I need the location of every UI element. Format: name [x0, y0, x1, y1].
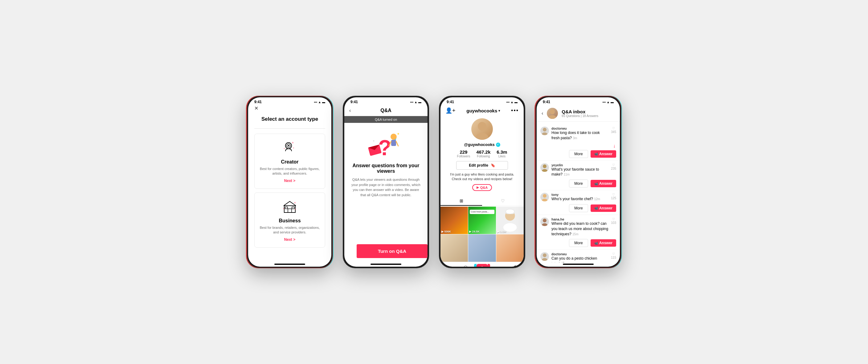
q-avatar-5 — [540, 252, 549, 261]
more-icon[interactable]: ••• — [511, 107, 519, 114]
nav-home[interactable]: ⌂ Home — [440, 264, 457, 267]
nav-discover[interactable]: ⊙ Discover — [457, 264, 474, 267]
like-count-5: 115 — [611, 256, 616, 259]
wifi-icon-3: ▲ — [510, 100, 514, 104]
more-button-4[interactable]: More — [569, 239, 588, 247]
q-text-4: Where did you learn to cook? can you tea… — [552, 221, 609, 236]
video-item-1[interactable]: ▶ 506K — [440, 207, 468, 234]
signal-icon: ▪▪▪ — [314, 100, 317, 104]
back-button-4[interactable]: ‹ — [541, 110, 543, 116]
nav-inbox[interactable]: ▭ Inbox — [490, 264, 507, 267]
create-button[interactable]: + — [476, 264, 488, 267]
q-like-3[interactable]: ♡ 125 — [611, 193, 616, 200]
battery-icon-3: ▬ — [515, 100, 518, 104]
svg-text:?: ? — [373, 140, 374, 142]
like-count-1: 345 — [611, 130, 616, 134]
p2-desc: Q&A lets your viewers ask questions thro… — [350, 177, 421, 197]
turn-on-qa-button[interactable]: Turn on Q&A — [356, 244, 428, 258]
svg-text:+: + — [294, 201, 296, 204]
q-like-1[interactable]: ♡ 345 — [611, 127, 616, 134]
q-like-5[interactable]: ♡ 115 — [611, 252, 616, 259]
q-username-2: yeyelin — [552, 163, 609, 167]
business-next[interactable]: Next > — [284, 237, 295, 242]
answer-button-4[interactable]: 📹 Answer — [591, 239, 616, 247]
chevron-down-icon[interactable]: ▾ — [498, 109, 500, 112]
page-title-1: Select an account type — [254, 116, 325, 122]
inbox-icon: ▭ — [496, 264, 501, 267]
svg-text:+: + — [293, 146, 294, 150]
more-button-1[interactable]: More — [569, 150, 588, 158]
status-bar-4: 9:41 ▪▪▪ ▲ ▬ — [537, 97, 620, 105]
wifi-icon-2: ▲ — [414, 100, 417, 104]
business-card[interactable]: + + + Business Best for brands, retailer… — [254, 193, 325, 247]
svg-point-31 — [543, 128, 547, 132]
svg-point-29 — [550, 109, 555, 114]
tab-grid[interactable]: ⊞ — [440, 196, 482, 206]
answer-button-3[interactable]: 📹 Answer — [591, 204, 616, 212]
divider-1 — [254, 128, 325, 129]
video-item-6[interactable] — [496, 234, 524, 262]
q-like-2[interactable]: ♡ 235 — [611, 163, 616, 170]
heart-icon-4: ♡ — [612, 218, 615, 221]
inbox-header-info: Q&A inbox 65 Questions | 18 Answers — [562, 109, 615, 118]
edit-profile-button[interactable]: Edit profile 🔖 — [456, 161, 508, 170]
answer-button-2[interactable]: 📹 Answer — [591, 180, 616, 187]
avatar-image — [471, 118, 493, 140]
q-text-3: Who's your favorite chef? 12m — [552, 196, 609, 202]
camera-icon-3: 📹 — [594, 206, 598, 210]
followers-label: Followers — [457, 155, 470, 158]
time-2: 9:41 — [350, 100, 358, 104]
svg-text:+: + — [284, 147, 285, 150]
like-count-3: 125 — [611, 196, 616, 200]
answer-button-1[interactable]: 📹 Answer — [591, 150, 616, 158]
p3-header: 👤+ guywhocooks ▾ ••• — [440, 105, 524, 116]
camera-icon-4: 📹 — [594, 241, 598, 245]
nav-create[interactable]: + + — [474, 264, 490, 267]
status-bar-2: 9:41 ▪▪▪ ▲ ▬ — [344, 97, 428, 105]
camera-icon-1: 📹 — [594, 152, 598, 156]
svg-point-18 — [391, 134, 397, 140]
qa-badge[interactable]: ▶ Q&A — [472, 184, 492, 191]
creator-icon-container: + + + — [281, 139, 299, 157]
q-username-4: hana.he — [552, 218, 609, 221]
q-text-1: How long does it take to cook fresh past… — [552, 130, 609, 141]
video-item-4[interactable] — [440, 234, 468, 262]
more-button-3[interactable]: More — [569, 204, 588, 212]
q-time-2: 11m — [563, 173, 569, 176]
svg-text:+: + — [283, 207, 284, 210]
q-like-4[interactable]: ♡ 103 — [611, 218, 616, 225]
creator-next[interactable]: Next > — [284, 178, 295, 183]
business-title: Business — [279, 218, 301, 224]
close-button[interactable]: ✕ — [254, 105, 325, 111]
svg-rect-7 — [288, 209, 291, 212]
profile-username: guywhocooks ▾ — [466, 108, 500, 113]
q-actions-3: More 📹 Answer — [540, 204, 616, 212]
video-item-5[interactable] — [468, 234, 496, 262]
question-item-1: doctorwu How long does it take to cook f… — [537, 124, 620, 161]
heart-icon-1: ♡ — [612, 127, 615, 130]
back-button-2[interactable]: ‹ — [349, 108, 351, 113]
creator-card[interactable]: + + + Creator Best for content creators,… — [254, 134, 325, 189]
tab-heart[interactable]: ♡ — [482, 196, 524, 206]
heart-icon-2: ♡ — [612, 163, 615, 167]
svg-point-22 — [478, 122, 487, 131]
bottom-nav-3: ⌂ Home ⊙ Discover + + ▭ Inbox ⊙ Me — [440, 262, 524, 267]
svg-point-35 — [543, 194, 547, 198]
business-desc: Best for brands, retailers, organization… — [259, 225, 320, 235]
add-user-icon[interactable]: 👤+ — [445, 107, 456, 114]
svg-rect-9 — [292, 207, 294, 209]
q-time-3: 12m — [594, 197, 600, 201]
business-icon: + + + — [281, 198, 299, 216]
more-button-2[interactable]: More — [569, 179, 588, 188]
home-indicator-2 — [371, 264, 401, 265]
svg-point-33 — [543, 164, 547, 168]
video-item-2[interactable]: ▶ 24.5K Cook fresh pasta... — [468, 207, 496, 234]
q-avatar-image-2 — [540, 163, 549, 172]
profile-avatar — [471, 118, 493, 140]
followers-stat: 229 Followers — [457, 150, 470, 158]
video-item-3[interactable]: ▶ 1.1M — [496, 207, 524, 234]
nav-me[interactable]: ⊙ Me — [507, 264, 524, 267]
q-avatar-1 — [540, 127, 549, 135]
q-username-3: tony — [552, 193, 609, 196]
signal-icon-2: ▪▪▪ — [410, 100, 413, 104]
